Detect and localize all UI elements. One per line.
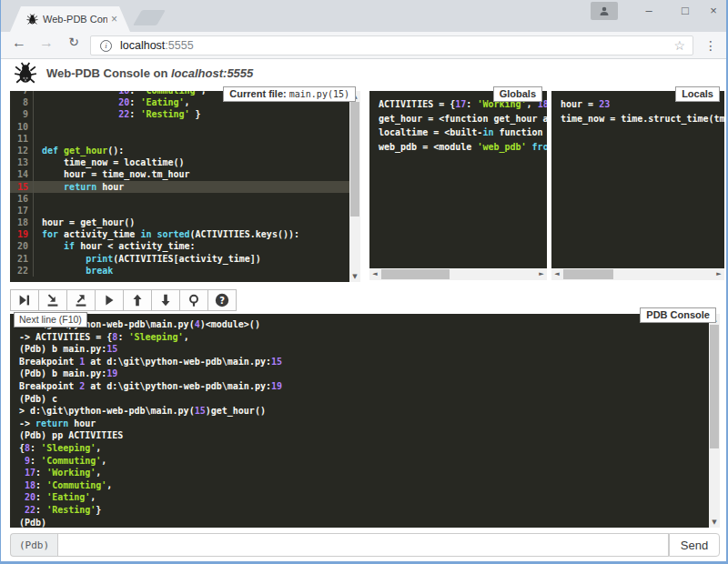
line-number[interactable]: 8	[10, 96, 34, 108]
globals-label: Globals	[493, 86, 542, 102]
continue-button[interactable]	[95, 289, 124, 311]
step-out-icon	[73, 292, 89, 308]
new-tab-button[interactable]	[133, 10, 166, 25]
bug-favicon-icon	[26, 14, 38, 25]
help-button[interactable]: ?	[207, 289, 237, 311]
help-icon: ?	[214, 292, 230, 308]
code-line: 18hour = get_hour()	[10, 217, 360, 228]
line-number[interactable]: 12	[10, 145, 34, 156]
line-number[interactable]: 20	[10, 240, 34, 252]
maximize-button[interactable]: □	[670, 0, 701, 22]
line-number[interactable]: 22	[10, 265, 34, 277]
up-stack-button[interactable]	[123, 289, 152, 311]
text-line: 20: 'Eating',	[19, 491, 720, 504]
menu-kebab-icon[interactable]: ⋮	[704, 38, 717, 53]
next-line-button[interactable]	[10, 289, 39, 311]
down-stack-button[interactable]	[151, 289, 180, 311]
send-button[interactable]: Send	[669, 533, 720, 557]
text-line: > d:\git\python-web-pdb\main.py(4)<modul…	[19, 318, 720, 331]
svg-text:?: ?	[219, 296, 225, 306]
globals-horizontal-scrollbar[interactable]: ◄ ►	[369, 268, 547, 280]
line-number[interactable]: 10	[10, 121, 34, 133]
text-line: get_hour = <function get_hour at 0x00000…	[379, 112, 547, 126]
location-pin-icon	[186, 292, 202, 308]
tooltip: Next line (F10)	[14, 312, 87, 327]
code-line: 15 return hour	[10, 181, 360, 193]
scroll-down-icon[interactable]: ▼	[709, 517, 720, 528]
prompt-prefix: (Pdb)	[10, 533, 57, 557]
line-number[interactable]: 16	[10, 193, 34, 205]
command-input[interactable]	[57, 533, 669, 557]
text-line: (Pdb) pp ACTIVITIES	[19, 429, 720, 442]
text-line: > d:\git\python-web-pdb\main.py(15)get_h…	[19, 405, 720, 418]
line-number[interactable]: 17	[10, 205, 34, 217]
globals-panel: ACTIVITIES = {17: 'Working', 18: 'Commut…	[369, 91, 547, 268]
scroll-right-icon[interactable]: ►	[713, 268, 724, 280]
tab-close-icon[interactable]: ×	[111, 13, 117, 25]
line-number[interactable]: 11	[10, 133, 34, 145]
play-icon	[101, 292, 117, 308]
command-bar: (Pdb) Send	[10, 533, 720, 557]
current-file-panel: 7 18: 'Commuting',8 20: 'Eating',9 22: '…	[10, 91, 360, 282]
back-button[interactable]: ←	[8, 35, 30, 51]
arrow-down-icon	[157, 292, 174, 308]
console-vertical-scrollbar[interactable]: ▲ ▼	[709, 314, 720, 528]
bug-logo-icon	[14, 62, 37, 86]
line-number[interactable]: 18	[10, 217, 34, 228]
text-line: 18: 'Commuting',	[19, 479, 720, 492]
forward-button[interactable]: →	[35, 35, 57, 51]
browser-toolbar: ← → ↻ i localhost:5555 ☆ ⋮	[1, 32, 726, 59]
text-line: -> ACTIVITIES = {8: 'Sleeping',	[19, 331, 720, 344]
code-vertical-scrollbar[interactable]: ▲ ▼	[349, 91, 360, 282]
debugger-toolbar: ?	[10, 289, 236, 311]
scroll-left-icon[interactable]: ◄	[551, 268, 562, 280]
pdb-console-panel: > d:\git\python-web-pdb\main.py(4)<modul…	[10, 314, 720, 528]
text-line: (Pdb) b main.py:19	[19, 368, 720, 380]
arrow-up-icon	[129, 292, 146, 308]
locals-horizontal-scrollbar[interactable]: ◄ ►	[551, 268, 724, 280]
text-line: (Pdb) c	[19, 393, 720, 406]
pdb-console-label: PDB Console	[640, 307, 716, 323]
next-line-icon	[16, 292, 33, 308]
step-into-button[interactable]	[38, 289, 67, 311]
line-number[interactable]: 14	[10, 168, 34, 180]
step-out-button[interactable]	[66, 289, 96, 311]
code-line: 20 if hour < activity_time:	[10, 240, 360, 252]
scroll-left-icon[interactable]: ◄	[369, 268, 380, 280]
breakpoint-line-number[interactable]: 19	[10, 228, 34, 240]
page-info-icon[interactable]: i	[100, 40, 112, 52]
browser-window: Web-PDB Console on loc × – □ × ← → ↻ i l…	[0, 0, 728, 564]
scroll-right-icon[interactable]: ►	[536, 268, 547, 280]
locals-panel: hour = 23time_now = time.struct_time(tm_…	[551, 91, 724, 268]
tab-bar: Web-PDB Console on loc × – □ ×	[1, 0, 726, 32]
text-line: Breakpoint 2 at d:\git\python-web-pdb\ma…	[19, 380, 720, 393]
code-line: 19for activity_time in sorted(ACTIVITIES…	[10, 228, 360, 240]
code-line: 14 hour = time_now.tm_hour	[10, 168, 360, 180]
code-line: 13 time_now = localtime()	[10, 156, 360, 168]
scroll-down-icon[interactable]: ▼	[349, 271, 360, 282]
page-header: Web-PDB Console on localhost:5555	[1, 59, 726, 89]
code-line: 12def get_hour():	[10, 145, 360, 156]
code-line: 21 print(ACTIVITIES[activity_time])	[10, 253, 360, 265]
line-number[interactable]: 21	[10, 253, 34, 265]
minimize-button[interactable]: –	[633, 0, 664, 22]
current-file-label: Current file: main.py(15)	[223, 86, 356, 102]
text-line: 17: 'Working',	[19, 467, 720, 479]
line-number[interactable]: 13	[10, 156, 34, 168]
reload-button[interactable]: ↻	[63, 35, 85, 49]
profile-button[interactable]	[591, 2, 618, 20]
breakpoint-line-number[interactable]: 15	[10, 181, 34, 193]
code-line: 22 break	[10, 265, 360, 277]
page-title: Web-PDB Console on localhost:5555	[46, 66, 253, 80]
where-button[interactable]	[179, 289, 208, 311]
url-text: localhost:5555	[120, 39, 194, 52]
code-line: 9 22: 'Resting' }	[10, 108, 360, 120]
person-icon	[599, 5, 610, 16]
line-number[interactable]: 9	[10, 108, 34, 120]
browser-tab[interactable]: Web-PDB Console on loc ×	[10, 6, 130, 32]
code-listing: 7 18: 'Commuting',8 20: 'Eating',9 22: '…	[10, 91, 360, 277]
text-line: (Pdb)	[19, 517, 720, 529]
bookmark-star-icon[interactable]: ☆	[673, 38, 685, 53]
address-bar[interactable]: i localhost:5555 ☆	[90, 35, 693, 55]
close-button[interactable]: ×	[698, 0, 728, 22]
